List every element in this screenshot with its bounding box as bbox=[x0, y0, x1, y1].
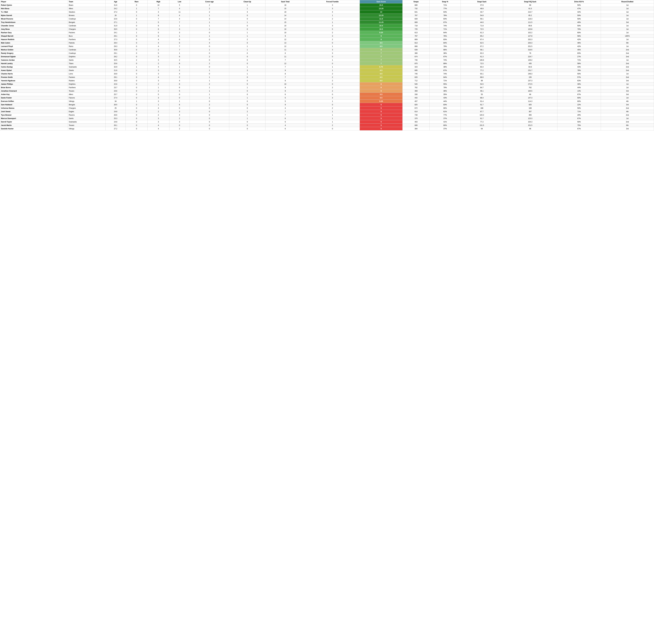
player-rare: 1 bbox=[126, 99, 148, 103]
player-drive-kill-pct: 29% bbox=[557, 113, 601, 117]
player-drive-kill-pct: 46% bbox=[557, 41, 601, 45]
player-sack-score: 8 bbox=[360, 48, 403, 51]
player-snap-sack: 88.6 bbox=[461, 75, 503, 79]
player-low: 1 bbox=[169, 51, 189, 55]
player-snap-pct: 64% bbox=[430, 31, 461, 34]
table-row: Trey Hendrickson Bengals 27.1 1 5 7 1 1 … bbox=[0, 21, 654, 24]
player-high: 4 bbox=[148, 41, 169, 45]
player-rare: 0 bbox=[126, 48, 148, 51]
player-snap-hq-sack: 114.3 bbox=[503, 99, 557, 103]
player-forced-fumble: 3 bbox=[305, 34, 360, 38]
player-snap-hq-sack: 111.5 bbox=[503, 21, 557, 24]
player-age: 26.1 bbox=[106, 123, 126, 127]
player-snap-pct: 38% bbox=[430, 51, 461, 55]
player-snap-sack: 77.2 bbox=[461, 69, 503, 72]
player-drive-kill-pct: 45% bbox=[557, 48, 601, 51]
player-age: 27.3 bbox=[106, 38, 126, 41]
player-snap-sack: 91.4 bbox=[461, 99, 503, 103]
player-clean-up: 0 bbox=[229, 75, 266, 79]
player-snap-pct: 67% bbox=[430, 69, 461, 72]
header-round-drafted: Round Drafted bbox=[601, 0, 654, 3]
player-team: Giants bbox=[68, 69, 106, 72]
player-snap-sack: 61.3 bbox=[461, 31, 503, 34]
player-sack-score: 15.5 bbox=[360, 3, 403, 7]
player-high: 5 bbox=[148, 93, 169, 96]
player-snap-hq-sack: 272.5 bbox=[503, 83, 557, 86]
player-snap-sack: 106.6 bbox=[461, 59, 503, 62]
player-sack-total: 6 bbox=[266, 127, 305, 131]
header-forced-fumble: Forced Fumble bbox=[305, 0, 360, 3]
player-snaps: 641 bbox=[403, 10, 430, 14]
player-rare: 0 bbox=[126, 110, 148, 113]
main-table-container: Player Team Age Rare High Low Cover-age … bbox=[0, 0, 654, 131]
player-name: Charles Harris bbox=[0, 72, 68, 75]
player-clean-up: 0 bbox=[229, 99, 266, 103]
player-sack-score: 13 bbox=[360, 10, 403, 14]
player-low: 7 bbox=[169, 21, 189, 24]
player-name: Myles Garrett bbox=[0, 14, 68, 17]
table-row: Sam Hubbard Bengals 26.5 0 1 6 2 0 9 0 5… bbox=[0, 103, 654, 107]
player-age: 24.8 bbox=[106, 120, 126, 123]
player-drive-kill-pct: 13% bbox=[557, 89, 601, 93]
player-rare: 0 bbox=[126, 93, 148, 96]
player-name: Robert Quinn bbox=[0, 3, 68, 7]
player-snap-pct: 71% bbox=[430, 27, 461, 31]
player-snap-hq-sack: 231.7 bbox=[503, 69, 557, 72]
player-clean-up: 1 bbox=[229, 21, 266, 24]
player-age: 31.6 bbox=[106, 3, 126, 7]
player-snap-pct: 74% bbox=[430, 24, 461, 27]
player-team: Packers bbox=[68, 31, 106, 34]
player-round-drafted: 1st bbox=[601, 72, 654, 75]
player-high: 4 bbox=[148, 45, 169, 48]
player-low: 4 bbox=[169, 113, 189, 117]
player-low: 0 bbox=[169, 107, 189, 110]
player-age: 29.3 bbox=[106, 45, 126, 48]
player-coverage-age: 2 bbox=[190, 10, 229, 14]
player-snaps: 718 bbox=[403, 24, 430, 27]
player-snap-hq-sack: 89.8 bbox=[503, 24, 557, 27]
player-name: Carlos Dunlap bbox=[0, 65, 68, 69]
player-snap-sack: 91.7 bbox=[461, 103, 503, 107]
player-age: 25.3 bbox=[106, 117, 126, 120]
table-row: Yannick Ngakoue Raiders 26.8 0 3 4 1 0 8… bbox=[0, 79, 654, 83]
player-snap-hq-sack: 66 bbox=[503, 93, 557, 96]
player-name: Cameron Jordan bbox=[0, 59, 68, 62]
player-forced-fumble: 3 bbox=[305, 24, 360, 27]
player-sack-score: 5 bbox=[360, 113, 403, 117]
player-high: 5 bbox=[148, 51, 169, 55]
player-drive-kill-pct: 50% bbox=[557, 107, 601, 110]
player-coverage-age: 2 bbox=[190, 103, 229, 107]
player-clean-up: 1 bbox=[229, 48, 266, 51]
player-team: Bengals bbox=[68, 21, 106, 24]
player-round-drafted: 6th bbox=[601, 123, 654, 127]
player-clean-up: 1 bbox=[229, 86, 266, 89]
player-name: Randy Gregory bbox=[0, 51, 68, 55]
player-drive-kill-pct: 67% bbox=[557, 93, 601, 96]
player-high: 7 bbox=[148, 7, 169, 10]
header-drive-kill-pct: Drive Kill % bbox=[557, 0, 601, 3]
player-sack-score: 11.25 bbox=[360, 21, 403, 24]
player-snap-pct: 66% bbox=[430, 48, 461, 51]
player-coverage-age: 2 bbox=[190, 7, 229, 10]
table-row: Markus Golden Cardinals 30.8 0 2 7 1 1 1… bbox=[0, 48, 654, 51]
player-snap-hq-sack: 201.5 bbox=[503, 45, 557, 48]
player-age: 29.1 bbox=[106, 75, 126, 79]
player-low: 4 bbox=[169, 72, 189, 75]
player-high: 3 bbox=[148, 96, 169, 99]
player-round-drafted: 1st bbox=[601, 59, 654, 62]
table-row: T.J. Watt Steelers 27.2 0 3 11 2 3 19 4 … bbox=[0, 10, 654, 14]
player-team: 49ers bbox=[68, 93, 106, 96]
player-drive-kill-pct: 83% bbox=[557, 51, 601, 55]
player-drive-kill-pct: 57% bbox=[557, 75, 601, 79]
player-sack-total: 8 bbox=[266, 72, 305, 75]
player-forced-fumble: 3 bbox=[305, 7, 360, 10]
player-name: Azeez Ojulari bbox=[0, 69, 68, 72]
player-sack-total: 15 bbox=[266, 21, 305, 24]
player-round-drafted: 1st bbox=[601, 31, 654, 34]
player-age: 31.9 bbox=[106, 24, 126, 27]
player-team: Panthers bbox=[68, 86, 106, 89]
player-snaps: 614 bbox=[403, 110, 430, 113]
player-team: Cardinals bbox=[68, 24, 106, 27]
player-round-drafted: 3rd bbox=[601, 89, 654, 93]
player-clean-up: 0 bbox=[229, 27, 266, 31]
